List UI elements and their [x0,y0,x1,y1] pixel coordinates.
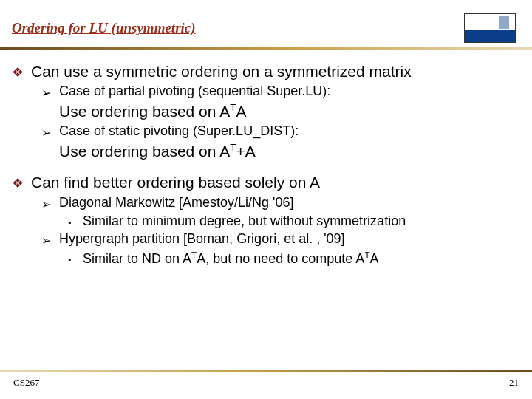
point-2-sub-1: Diagonal Markowitz [Amestoy/Li/Ng '06] [59,194,294,213]
diamond-bullet-icon: ❖ [12,61,31,82]
point-2-sub-2-detail: Similar to ND on ATA, but no need to com… [83,249,379,267]
point-2-sub-2: Hypergraph partition [Boman, Grigori, et… [59,230,345,249]
course-code: CS267 [13,377,39,389]
point-2-sub-1-detail: Similar to minimum degree, but without s… [83,212,406,230]
footer-divider [0,370,532,372]
point-1-sub-2-line: Use ordering based on AT+A [59,141,520,162]
slide-body: ❖ Can use a symmetric ordering on a symm… [0,50,532,267]
arrow-bullet-icon: ➢ [41,82,59,101]
square-bullet-icon: ▪ [68,249,83,267]
diamond-bullet-icon: ❖ [12,172,31,193]
point-1-sub-2: Case of static pivoting (Super.LU_DIST): [59,122,299,141]
page-number: 21 [509,377,519,389]
square-bullet-icon: ▪ [68,212,83,230]
arrow-bullet-icon: ➢ [41,122,59,141]
point-1-sub-1-line: Use ordering based on ATA [59,101,520,122]
slide-title: Ordering for LU (unsymmetric) [12,20,196,36]
point-1-sub-1: Case of partial pivoting (sequential Sup… [59,82,330,101]
arrow-bullet-icon: ➢ [41,194,59,213]
point-2: Can find better ordering based solely on… [31,172,320,193]
point-1: Can use a symmetric ordering on a symmet… [31,61,412,82]
arrow-bullet-icon: ➢ [41,230,59,249]
lab-logo [464,13,516,43]
